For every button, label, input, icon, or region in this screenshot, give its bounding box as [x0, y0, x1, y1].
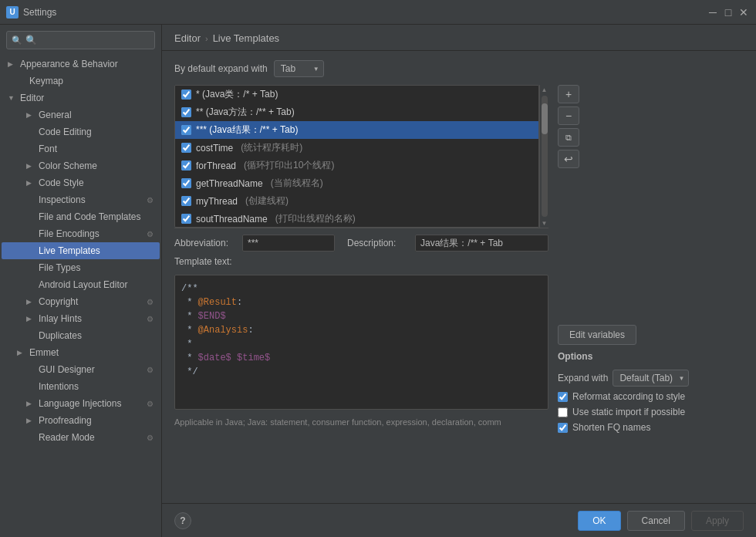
sidebar-item-color-scheme[interactable]: ▶ Color Scheme [2, 157, 160, 174]
sidebar-item-keymap[interactable]: Keymap [2, 73, 160, 90]
scrollbar-thumb[interactable] [542, 103, 548, 134]
sidebar-item-file-types[interactable]: File Types [2, 259, 160, 276]
template-checkbox[interactable] [181, 90, 191, 100]
sidebar-item-file-encodings[interactable]: File Encodings ⚙ [2, 225, 160, 242]
restore-template-button[interactable]: ↩ [558, 150, 579, 168]
list-item[interactable]: costTime (统计程序耗时) [175, 139, 538, 157]
search-input[interactable] [6, 31, 155, 49]
shorten-fq-checkbox[interactable] [558, 423, 568, 433]
template-list[interactable]: * (Java类：/* + Tab) ** (Java方法：/** + Tab)… [174, 85, 539, 228]
scroll-down-button[interactable]: ▼ [540, 218, 549, 228]
template-checkbox[interactable] [181, 196, 191, 206]
sidebar-item-label: Color Scheme [39, 160, 97, 171]
list-item[interactable]: * (Java类：/* + Tab) [175, 86, 538, 103]
remove-template-button[interactable]: − [558, 106, 579, 125]
list-item[interactable]: ** (Java方法：/** + Tab) [175, 103, 538, 121]
sidebar-item-font[interactable]: Font [2, 140, 160, 157]
minimize-button[interactable]: ─ [707, 6, 719, 19]
sidebar-item-label: Emmet [29, 347, 59, 358]
maximize-button[interactable]: □ [722, 6, 734, 19]
abbreviation-row: Abbreviation: [174, 235, 335, 252]
sidebar-item-inlay-hints[interactable]: ▶ Inlay Hints ⚙ [2, 310, 160, 327]
template-checkbox[interactable] [181, 143, 191, 153]
expand-arrow: ▼ [8, 94, 17, 102]
template-checkbox[interactable] [181, 214, 191, 224]
list-item[interactable]: myThread (创建线程) [175, 192, 538, 210]
reformat-label: Reformat according to style [572, 391, 685, 402]
expand-arrow: ▶ [26, 417, 35, 424]
template-name: ** (Java方法：/** + Tab) [196, 106, 295, 119]
content-area: Editor › Live Templates By default expan… [162, 25, 756, 537]
static-import-checkbox[interactable] [558, 407, 568, 417]
sidebar-item-android-layout-editor[interactable]: Android Layout Editor [2, 276, 160, 293]
sidebar-item-language-injections[interactable]: ▶ Language Injections ⚙ [2, 395, 160, 412]
list-item[interactable]: getThreadName (当前线程名) [175, 174, 538, 192]
main-container: 🔍 ▶ Appearance & Behavior Keymap ▼ Edito… [0, 25, 756, 537]
abbreviation-label: Abbreviation: [174, 238, 236, 248]
options-panel: Options Expand with Default (Tab) Tab En… [558, 351, 744, 433]
list-item-selected[interactable]: *** (Java结果：/** + Tab) [175, 121, 538, 139]
list-item[interactable]: soutThreadName (打印出线程的名称) [175, 210, 538, 228]
scroll-up-button[interactable]: ▲ [540, 85, 549, 94]
sidebar-item-label: Intentions [39, 381, 79, 392]
app-icon: U [6, 6, 19, 19]
template-checkbox[interactable] [181, 160, 191, 171]
template-editor[interactable]: /** * @Result: * $END$ * @Analysis: * * … [174, 275, 548, 410]
expand-arrow: ▶ [26, 179, 35, 187]
reformat-checkbox[interactable] [558, 392, 568, 402]
static-import-label: Use static import if possible [572, 407, 685, 417]
sidebar-item-gui-designer[interactable]: GUI Designer ⚙ [2, 361, 160, 378]
sidebar-item-appearance[interactable]: ▶ Appearance & Behavior [2, 56, 160, 73]
sidebar-item-proofreading[interactable]: ▶ Proofreading [2, 412, 160, 429]
options-title: Options [558, 351, 744, 362]
template-checkbox[interactable] [181, 178, 191, 188]
sidebar-item-reader-mode[interactable]: Reader Mode ⚙ [2, 429, 160, 446]
abbreviation-input[interactable] [242, 235, 335, 252]
sidebar-item-label: Appearance & Behavior [20, 59, 118, 69]
right-sidebar-panel: + − ⧉ ↩ Edit variables Options Expand wi… [555, 85, 744, 494]
sidebar-item-label: Font [39, 144, 57, 154]
sidebar-item-file-code-templates[interactable]: File and Code Templates [2, 208, 160, 225]
add-template-button[interactable]: + [558, 85, 579, 103]
expand-with-option-select-wrapper[interactable]: Default (Tab) Tab Enter [613, 370, 689, 387]
badge-icon: ⚙ [147, 434, 154, 442]
breadcrumb: Editor › Live Templates [162, 25, 756, 51]
sidebar-item-intentions[interactable]: Intentions [2, 378, 160, 395]
description-input[interactable] [415, 235, 548, 252]
copy-template-button[interactable]: ⧉ [558, 128, 579, 147]
sidebar-item-live-templates[interactable]: Live Templates [2, 242, 160, 259]
template-list-container: * (Java类：/* + Tab) ** (Java方法：/** + Tab)… [174, 85, 548, 228]
sidebar-item-general[interactable]: ▶ General [2, 106, 160, 123]
ok-button[interactable]: OK [578, 511, 620, 531]
expand-with-option-select[interactable]: Default (Tab) Tab Enter [613, 370, 689, 387]
sidebar-item-code-style[interactable]: ▶ Code Style [2, 174, 160, 191]
applicable-row: Applicable in Java; Java: statement, con… [174, 417, 548, 427]
search-box[interactable]: 🔍 [6, 31, 155, 49]
template-name: *** (Java结果：/** + Tab) [196, 123, 298, 137]
sidebar-item-label: Inspections [39, 194, 86, 205]
sidebar-item-code-editing[interactable]: Code Editing [2, 123, 160, 140]
shorten-fq-option-row: Shorten FQ names [558, 422, 744, 433]
breadcrumb-separator: › [205, 34, 208, 43]
sidebar-item-label: File Encodings [39, 228, 100, 239]
edit-variables-button[interactable]: Edit variables [558, 325, 636, 345]
cancel-button[interactable]: Cancel [627, 511, 685, 531]
apply-button[interactable]: Apply [691, 511, 744, 531]
template-name: soutThreadName [196, 214, 268, 225]
help-button[interactable]: ? [174, 512, 191, 529]
expand-with-select-wrapper[interactable]: Tab Enter Space [274, 60, 324, 77]
badge-icon: ⚙ [147, 230, 154, 238]
list-item[interactable]: forThread (循环打印出10个线程) [175, 157, 538, 174]
sidebar-item-emmet[interactable]: ▶ Emmet [2, 344, 160, 361]
sidebar-item-label: Language Injections [39, 398, 121, 409]
sidebar-item-copyright[interactable]: ▶ Copyright ⚙ [2, 293, 160, 310]
close-button[interactable]: ✕ [737, 6, 750, 19]
template-checkbox[interactable] [181, 107, 191, 117]
template-checkbox[interactable] [181, 125, 191, 135]
sidebar-item-editor[interactable]: ▼ Editor [2, 90, 160, 106]
sidebar-item-duplicates[interactable]: Duplicates [2, 327, 160, 344]
sidebar-item-label: Inlay Hints [39, 313, 82, 324]
template-desc: (当前线程名) [271, 177, 323, 190]
expand-with-select[interactable]: Tab Enter Space [274, 60, 324, 77]
sidebar-item-inspections[interactable]: Inspections ⚙ [2, 191, 160, 208]
